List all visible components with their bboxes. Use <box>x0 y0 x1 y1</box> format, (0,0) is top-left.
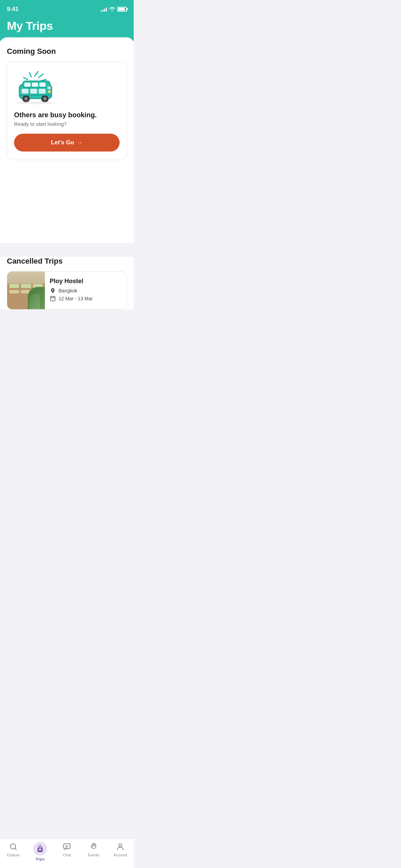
coming-soon-card: Others are busy booking. Ready to start … <box>7 61 127 160</box>
wifi-icon <box>109 7 115 12</box>
svg-rect-9 <box>39 83 46 87</box>
svg-point-16 <box>24 97 28 100</box>
cancelled-trips-section: Cancelled Trips <box>0 257 134 310</box>
status-time: 9:41 <box>7 6 19 13</box>
svg-point-19 <box>16 101 54 104</box>
status-icons <box>101 7 127 12</box>
svg-rect-10 <box>22 89 28 94</box>
location-icon <box>50 288 56 294</box>
battery-icon <box>117 7 127 12</box>
svg-rect-11 <box>30 89 37 94</box>
trip-info: Ploy Hostel Bangkok 12 Mar - 13 Mar <box>45 273 126 308</box>
trip-name: Ploy Hostel <box>50 278 122 285</box>
trip-location: Bangkok <box>50 288 122 294</box>
svg-rect-7 <box>24 83 31 87</box>
trip-image <box>7 272 45 309</box>
bus-illustration <box>14 70 59 104</box>
signal-icon <box>101 7 107 12</box>
trip-card[interactable]: Ploy Hostel Bangkok 12 Mar - 13 Mar <box>7 271 127 310</box>
cancelled-trips-title: Cancelled Trips <box>7 257 127 266</box>
calendar-icon <box>50 296 56 302</box>
coming-soon-title: Coming Soon <box>7 47 127 56</box>
svg-rect-12 <box>39 89 46 94</box>
svg-point-14 <box>48 90 51 93</box>
svg-rect-13 <box>47 86 51 89</box>
svg-rect-20 <box>19 95 52 96</box>
main-content: Coming Soon <box>0 37 134 243</box>
svg-rect-21 <box>50 297 55 301</box>
status-bar: 9:41 <box>0 0 134 16</box>
svg-line-3 <box>29 73 31 77</box>
card-subtext: Ready to start looking? <box>14 121 66 127</box>
lets-go-button[interactable]: Let's Go → <box>14 134 120 152</box>
svg-rect-8 <box>32 83 38 87</box>
svg-line-0 <box>35 72 38 76</box>
card-headline: Others are busy booking. <box>14 111 97 119</box>
svg-point-18 <box>43 97 47 100</box>
svg-line-4 <box>24 77 28 80</box>
svg-line-1 <box>39 74 43 77</box>
page-title: My Trips <box>7 19 127 33</box>
trip-dates: 12 Mar - 13 Mar <box>50 296 122 302</box>
